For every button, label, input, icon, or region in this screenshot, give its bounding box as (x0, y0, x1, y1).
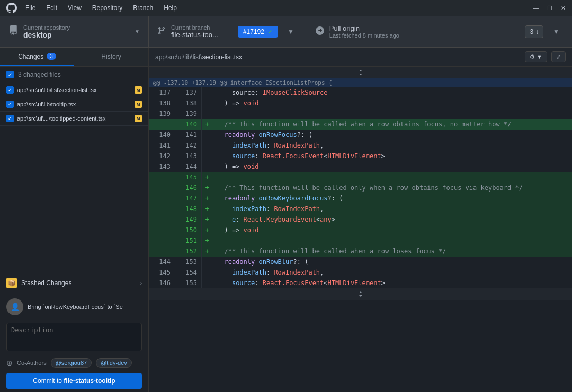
file-modified-icon-1: M (135, 101, 142, 108)
file-modified-icon-2: M (135, 115, 142, 122)
sidebar-tabs: Changes 3 History (0, 48, 148, 67)
github-logo-icon (6, 3, 17, 13)
branch-dropdown-icon[interactable]: ▼ (283, 24, 298, 40)
pull-count: 3 (530, 28, 533, 35)
pull-dropdown-icon[interactable]: ▼ (549, 24, 564, 40)
menu-bar: File Edit View Repository Branch Help (25, 4, 524, 12)
repo-icon (8, 25, 18, 38)
diff-line-147: 147 + readonly onRowKeyboardFocus?: ( (149, 193, 572, 204)
tab-changes[interactable]: Changes 3 (0, 48, 74, 66)
diff-line-139: 139 139 (149, 108, 572, 119)
diff-expand-top[interactable] (149, 67, 572, 78)
diff-line-150: 150 + ) => void (149, 225, 572, 235)
add-coauthor-icon[interactable]: ⊕ (6, 359, 13, 367)
sidebar: Changes 3 History ✓ 3 changed files ✓ ap… (0, 48, 149, 392)
diff-line-137: 137 137 source: IMouseClickSource (149, 87, 572, 98)
pull-label: Pull origin (329, 24, 399, 32)
pull-icon (316, 26, 324, 37)
diff-line-149: 149 + e: React.KeyboardEvent<any> (149, 214, 572, 225)
branch-name: file-status-too... (171, 31, 218, 39)
diff-line-142-143: 142 143 source: React.FocusEvent<HTMLDiv… (149, 151, 572, 161)
diff-filepath: app\src\ui\lib\list\section-list.tsx (155, 53, 242, 61)
close-button[interactable]: ✕ (561, 5, 566, 12)
file-path-0: app\src\ui\lib\list\section-list.tsx (17, 87, 131, 93)
file-checkbox-1[interactable]: ✓ (6, 101, 14, 108)
diff-line-151: 151 + (149, 235, 572, 246)
changed-files-count: 3 changed files (18, 71, 61, 78)
repo-info: Current repository desktop (23, 24, 129, 39)
repo-chevron-icon: ▼ (135, 29, 140, 34)
diff-line-146-155: 146 155 source: React.FocusEvent<HTMLDiv… (149, 278, 572, 288)
changes-badge: 3 (47, 53, 56, 60)
app-body: Changes 3 History ✓ 3 changed files ✓ ap… (0, 48, 572, 392)
diff-actions: ⚙ ▼ ⤢ (525, 51, 566, 62)
branch-label: Current branch (171, 24, 218, 31)
coauthor-tag-0: @sergiou87 (51, 358, 92, 368)
diff-line-143-144: 143 144 ) => void (149, 161, 572, 172)
stash-commit[interactable]: 👤 Bring `onRowKeyboardFocus` to `Se (0, 294, 148, 320)
stash-message: Bring `onRowKeyboardFocus` to `Se (28, 304, 123, 310)
file-item-tooltipped-content[interactable]: ✓ app\src\ui\...\tooltipped-content.tsx … (0, 112, 148, 126)
file-checkbox-2[interactable]: ✓ (6, 115, 14, 122)
stash-section: 📦 Stashed Changes › 👤 Bring `onRowKeyboa… (0, 272, 148, 320)
diff-line-140-141: 140 141 readonly onRowFocus?: ( (149, 130, 572, 140)
tab-changes-label: Changes (18, 53, 43, 60)
branch-info: Current branch file-status-too... (171, 24, 218, 39)
diff-line-145: 145 + (149, 172, 572, 183)
diff-expand-bottom[interactable] (149, 288, 572, 300)
description-input[interactable] (6, 323, 142, 351)
maximize-button[interactable]: ☐ (547, 5, 552, 12)
menu-view[interactable]: View (68, 4, 82, 12)
menu-file[interactable]: File (25, 4, 35, 12)
diff-content: @@ -137,10 +137,19 @@ interface ISection… (149, 67, 572, 392)
description-area (6, 323, 142, 353)
diff-settings-button[interactable]: ⚙ ▼ (525, 51, 547, 62)
file-item-section-list[interactable]: ✓ app\src\ui\lib\list\section-list.tsx M (0, 83, 148, 97)
diff-line-152: 152 + /** This function will be called w… (149, 246, 572, 257)
select-all-checkbox[interactable]: ✓ (6, 71, 14, 78)
stash-header[interactable]: 📦 Stashed Changes › (0, 272, 148, 294)
file-list: ✓ app\src\ui\lib\list\section-list.tsx M… (0, 83, 148, 272)
hunk-header: @@ -137,10 +137,19 @@ interface ISection… (149, 78, 572, 87)
menu-repository[interactable]: Repository (92, 4, 122, 12)
branch-icon (157, 26, 166, 37)
coauthors-label: Co-Authors (17, 360, 47, 366)
diff-line-141-142: 141 142 indexPath: RowIndexPath, (149, 140, 572, 151)
file-path-1: app\src\ui\lib\tooltip.tsx (17, 101, 131, 107)
diff-expand-button[interactable]: ⤢ (551, 51, 566, 62)
pull-info: Pull origin Last fetched 8 minutes ago (329, 24, 399, 39)
repo-selector[interactable]: Current repository desktop ▼ (0, 16, 149, 47)
titlebar: File Edit View Repository Branch Help — … (0, 0, 572, 16)
diff-line-145-154: 145 154 indexPath: RowIndexPath, (149, 267, 572, 278)
stash-avatar: 👤 (6, 298, 23, 315)
minimize-button[interactable]: — (533, 5, 539, 12)
coauthor-tag-1: @tidy-dev (96, 358, 132, 368)
repo-label: Current repository (23, 24, 129, 31)
pr-badge[interactable]: #17192 ✓ (238, 26, 278, 38)
menu-branch[interactable]: Branch (133, 4, 153, 12)
file-item-tooltip[interactable]: ✓ app\src\ui\lib\tooltip.tsx M (0, 97, 148, 112)
diff-line-138: 138 138 ) => void (149, 98, 572, 108)
repo-name: desktop (23, 31, 129, 39)
diff-header: app\src\ui\lib\list\section-list.tsx ⚙ ▼… (149, 48, 572, 67)
window-controls: — ☐ ✕ (533, 5, 566, 12)
diff-line-146: 146 + /** This function will be called o… (149, 183, 572, 193)
tab-history-label: History (101, 53, 121, 60)
stash-icon: 📦 (6, 278, 17, 288)
file-path-2: app\src\ui\...\tooltipped-content.tsx (17, 115, 131, 122)
branch-selector[interactable]: Current branch file-status-too... #17192… (149, 16, 307, 47)
commit-branch-name: file-status-tooltip (64, 377, 115, 385)
pr-check-icon: ✓ (267, 28, 273, 35)
pull-origin-section[interactable]: Pull origin Last fetched 8 minutes ago 3… (307, 16, 572, 47)
stash-chevron-icon: › (140, 280, 142, 286)
tab-history[interactable]: History (74, 48, 148, 66)
main-header: Current repository desktop ▼ Current bra… (0, 16, 572, 48)
commit-button[interactable]: Commit to file-status-tooltip (6, 373, 142, 389)
file-checkbox-0[interactable]: ✓ (6, 86, 14, 94)
file-modified-icon-0: M (135, 86, 142, 94)
pull-arrow-icon: ↓ (535, 28, 539, 35)
stash-title: Stashed Changes (21, 279, 140, 287)
menu-help[interactable]: Help (164, 4, 177, 12)
pull-count-badge[interactable]: 3 ↓ (525, 25, 543, 38)
menu-edit[interactable]: Edit (46, 4, 57, 12)
